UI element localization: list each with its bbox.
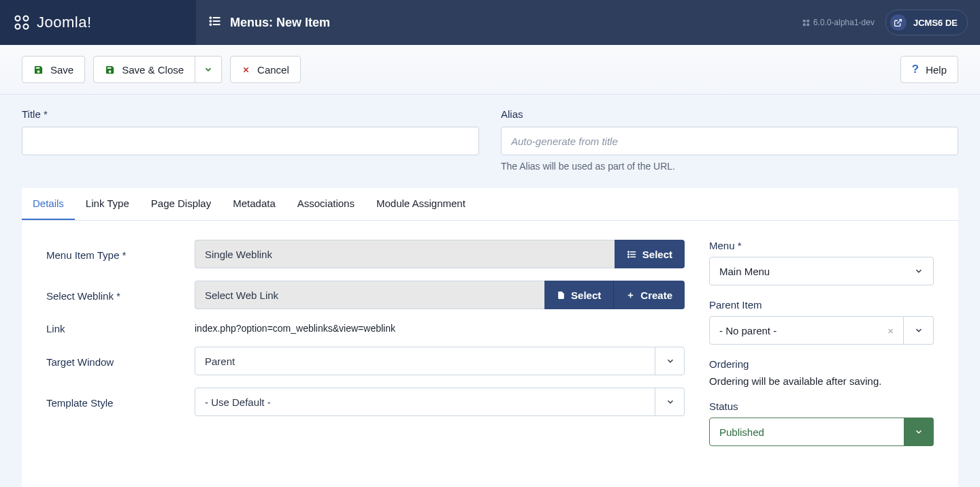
- alias-input[interactable]: [501, 127, 958, 155]
- alias-help-text: The Alias will be used as part of the UR…: [501, 161, 958, 172]
- file-icon: [557, 290, 566, 300]
- weblink-select-button[interactable]: Select: [544, 281, 614, 309]
- svg-point-10: [803, 20, 805, 22]
- svg-point-20: [628, 251, 630, 253]
- svg-point-7: [210, 17, 212, 18]
- svg-point-21: [628, 253, 630, 255]
- clear-icon[interactable]: ×: [887, 325, 894, 336]
- list-icon: [208, 14, 222, 31]
- cancel-button[interactable]: Cancel: [230, 56, 301, 83]
- logo-text: Joomla!: [37, 14, 92, 31]
- save-dropdown-button[interactable]: [195, 56, 222, 83]
- template-style-label: Template Style: [46, 396, 195, 409]
- details-main-column: Menu Item Type * Single Weblink Select S…: [46, 240, 709, 460]
- chevron-down-icon: [904, 257, 934, 285]
- svg-point-0: [16, 16, 20, 21]
- header-bar: Joomla! Menus: New Item 6.0.0-alpha1-dev…: [0, 0, 980, 45]
- chevron-down-icon: [904, 418, 934, 446]
- title-alias-row: Title * Alias The Alias will be used as …: [0, 95, 980, 188]
- save-icon: [33, 65, 44, 75]
- menu-item-type-value: Single Weblink: [195, 240, 615, 268]
- svg-line-14: [898, 19, 902, 23]
- menu-item-type-select-button[interactable]: Select: [615, 240, 685, 268]
- parent-label: Parent Item: [709, 299, 934, 311]
- close-icon: [242, 65, 250, 74]
- joomla-small-icon: [802, 19, 810, 27]
- title-input[interactable]: [22, 127, 479, 155]
- ordering-field-group: Ordering Ordering will be available afte…: [709, 358, 934, 387]
- logo-area[interactable]: Joomla!: [0, 0, 196, 45]
- save-close-button[interactable]: Save & Close: [93, 56, 195, 83]
- ordering-text: Ordering will be available after saving.: [709, 375, 934, 387]
- tab-module-assignment[interactable]: Module Assignment: [365, 188, 476, 220]
- joomla-logo-icon: [14, 14, 30, 31]
- site-badge[interactable]: JCMS6 DE: [885, 10, 968, 35]
- parent-select[interactable]: - No parent - ×: [709, 316, 934, 345]
- svg-point-8: [210, 20, 212, 22]
- template-style-select[interactable]: - Use Default -: [195, 388, 685, 416]
- tab-content-details: Menu Item Type * Single Weblink Select S…: [22, 221, 958, 487]
- svg-point-9: [210, 24, 212, 25]
- page-title: Menus: New Item: [230, 16, 330, 30]
- weblink-create-button[interactable]: Create: [614, 281, 685, 309]
- tabs-container: Details Link Type Page Display Metadata …: [22, 188, 958, 487]
- menu-label: Menu *: [709, 240, 934, 251]
- svg-point-13: [807, 23, 809, 25]
- help-icon: ?: [912, 63, 919, 76]
- ordering-label: Ordering: [709, 358, 934, 370]
- target-window-select[interactable]: Parent: [195, 347, 685, 375]
- svg-point-1: [24, 16, 29, 21]
- template-style-row: Template Style - Use Default -: [46, 388, 685, 416]
- menu-field-group: Menu * Main Menu: [709, 240, 934, 285]
- details-side-column: Menu * Main Menu Parent Item - No parent…: [709, 240, 934, 460]
- svg-point-12: [803, 23, 805, 25]
- title-field-group: Title *: [22, 108, 479, 172]
- target-window-row: Target Window Parent: [46, 347, 685, 375]
- status-label: Status: [709, 400, 934, 412]
- link-value: index.php?option=com_weblinks&view=webli…: [195, 323, 685, 334]
- svg-point-11: [807, 20, 809, 22]
- status-field-group: Status Published: [709, 400, 934, 446]
- select-weblink-label: Select Weblink *: [46, 289, 195, 302]
- version-text: 6.0.0-alpha1-dev: [802, 18, 875, 27]
- link-row: Link index.php?option=com_weblinks&view=…: [46, 321, 685, 334]
- link-label: Link: [46, 321, 195, 334]
- tab-link-type[interactable]: Link Type: [75, 188, 140, 220]
- status-select[interactable]: Published: [709, 418, 934, 446]
- chevron-down-icon: [203, 65, 213, 74]
- help-button[interactable]: ? Help: [900, 56, 958, 83]
- menu-item-type-label: Menu Item Type *: [46, 248, 195, 261]
- menu-item-type-row: Menu Item Type * Single Weblink Select: [46, 240, 685, 268]
- title-label: Title *: [22, 108, 479, 120]
- header-right: 6.0.0-alpha1-dev JCMS6 DE: [790, 0, 980, 45]
- alias-field-group: Alias The Alias will be used as part of …: [501, 108, 958, 172]
- alias-label: Alias: [501, 108, 958, 120]
- select-weblink-row: Select Weblink * Select Web Link Select …: [46, 281, 685, 309]
- chevron-down-icon: [904, 316, 934, 345]
- tabs: Details Link Type Page Display Metadata …: [22, 188, 958, 221]
- parent-field-group: Parent Item - No parent - ×: [709, 299, 934, 345]
- tab-details[interactable]: Details: [22, 188, 75, 220]
- toolbar: Save Save & Close Cancel ? Help: [0, 45, 980, 95]
- external-link-icon: [890, 14, 906, 31]
- svg-point-3: [24, 25, 29, 29]
- tab-page-display[interactable]: Page Display: [140, 188, 222, 220]
- select-weblink-value: Select Web Link: [195, 281, 544, 309]
- save-icon: [105, 65, 115, 75]
- tab-associations[interactable]: Associations: [287, 188, 365, 220]
- save-button[interactable]: Save: [22, 56, 85, 83]
- page-title-area: Menus: New Item: [196, 0, 790, 45]
- svg-point-22: [628, 256, 630, 257]
- target-window-label: Target Window: [46, 355, 195, 368]
- tab-metadata[interactable]: Metadata: [222, 188, 287, 220]
- list-icon: [627, 249, 637, 260]
- plus-icon: [626, 291, 635, 300]
- menu-select[interactable]: Main Menu: [709, 257, 934, 285]
- svg-point-2: [16, 25, 20, 29]
